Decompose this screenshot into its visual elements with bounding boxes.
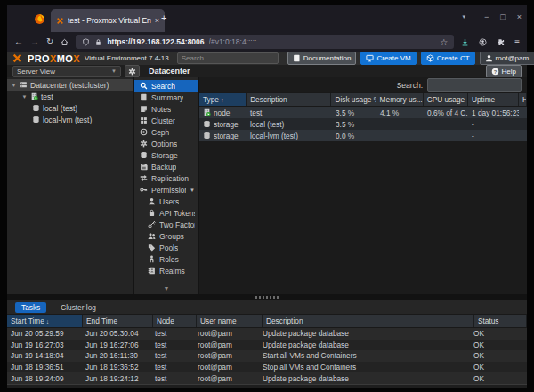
nav-item-pools[interactable]: Pools — [134, 242, 198, 253]
task-cell: test — [151, 340, 194, 351]
resource-search-input[interactable] — [427, 78, 522, 92]
task-cell: root@pam — [194, 340, 259, 351]
expand-caret-icon[interactable]: ▼ — [21, 94, 28, 100]
tree-item-local-lvm-test[interactable]: local-lvm (test) — [7, 114, 134, 125]
url-bar[interactable]: https://192.168.122.54:8006 /#v1:0:18:4:… — [76, 35, 454, 49]
global-search-input[interactable] — [177, 52, 279, 64]
nav-item-replication[interactable]: Replication — [134, 172, 198, 184]
task-row[interactable]: Jun 19 14:18:04Jun 20 16:11:30testroot@p… — [7, 350, 527, 362]
tab-cluster-log[interactable]: Cluster log — [54, 302, 102, 313]
tree-item-local-test[interactable]: local (test) — [7, 102, 134, 114]
nav-item-permissions[interactable]: Permissions▼ — [134, 184, 198, 196]
create-ct-button[interactable]: Create CT — [421, 52, 475, 65]
help-button[interactable]: ? Help — [486, 65, 522, 78]
version-subtitle: Virtual Environment 7.4-13 — [85, 54, 169, 62]
back-button[interactable]: ← — [14, 37, 23, 46]
tree-settings-button[interactable] — [125, 65, 140, 77]
resource-row-local-test[interactable]: storagelocal (test)3.5 %- — [199, 118, 527, 130]
browser-tab[interactable]: test - Proxmox Virtual Env × — [51, 9, 165, 32]
task-column-header-status[interactable]: Status — [474, 315, 527, 327]
user-menu-button[interactable]: root@pam ▼ — [480, 52, 534, 65]
column-header-label: Memory us... — [380, 95, 423, 104]
task-cell: root@pam — [194, 362, 259, 373]
reload-button[interactable]: ↻ — [46, 37, 53, 46]
documentation-button[interactable]: Documentation — [287, 52, 357, 65]
tree-item-test[interactable]: ▼test — [7, 91, 134, 102]
nav-item-summary[interactable]: Summary — [134, 92, 198, 103]
nav-item-users[interactable]: Users — [134, 196, 198, 207]
create-vm-button[interactable]: Create VM — [360, 52, 416, 65]
resource-row-test[interactable]: nodetest3.5 %4.1 %0.6% of 4 C...1 day 01… — [199, 107, 527, 118]
task-cell: test — [151, 350, 194, 362]
shield-icon[interactable] — [82, 38, 90, 46]
task-column-header-start-time[interactable]: Start Time↓ — [7, 315, 83, 327]
resource-row-local-lvm-test[interactable]: storagelocal-lvm (test)0.0 %- — [199, 130, 527, 141]
lock-icon[interactable] — [94, 38, 102, 46]
tab-close-icon[interactable]: × — [155, 16, 159, 25]
forward-button[interactable]: → — [30, 37, 39, 46]
column-header-type[interactable]: Type↑ — [199, 93, 247, 106]
nav-item-cluster[interactable]: Cluster — [134, 115, 198, 126]
column-header-disk-usage[interactable]: Disk usage % — [331, 93, 376, 106]
task-row[interactable]: Jun 18 19:36:51Jun 18 19:36:52testroot@p… — [7, 362, 527, 373]
column-header-memory-us[interactable]: Memory us... — [376, 93, 424, 106]
minimize-button[interactable]: − — [484, 12, 489, 21]
task-column-header-description[interactable]: Description — [263, 315, 474, 327]
nav-item-groups[interactable]: Groups — [134, 230, 198, 242]
window-close-button[interactable]: × — [517, 12, 522, 21]
user-menu-label: root@pam — [496, 54, 529, 62]
book-icon — [293, 54, 301, 62]
resource-cell-cpu — [424, 130, 468, 141]
expand-caret-icon[interactable]: ▼ — [11, 83, 17, 88]
create-ct-label: Create CT — [437, 54, 470, 62]
nav-item-storage[interactable]: Storage — [134, 149, 198, 161]
tab-tasks[interactable]: Tasks — [15, 302, 46, 313]
nav-item-label: Options — [151, 140, 177, 148]
storage-icon — [203, 132, 211, 140]
task-row[interactable]: Jun 19 16:27:03Jun 19 16:27:06testroot@p… — [7, 340, 527, 351]
column-header-description[interactable]: Description — [247, 93, 331, 106]
resource-cell-cpu — [424, 118, 468, 130]
nav-item-label: API Tokens — [159, 209, 195, 218]
nav-item-realms[interactable]: Realms — [134, 265, 198, 276]
new-tab-button[interactable]: + — [161, 12, 166, 23]
splitter-handle-icon[interactable] — [255, 296, 279, 299]
task-cell: Jun 20 05:30:04 — [82, 328, 151, 340]
tree-item-datacenter-testcluster[interactable]: ▼Datacenter (testcluster) — [7, 79, 134, 91]
column-header-uptime[interactable]: Uptime — [468, 93, 519, 106]
nav-item-notes[interactable]: Notes — [134, 103, 198, 115]
nav-item-ceph[interactable]: Ceph — [134, 126, 198, 138]
task-row[interactable]: Jun 18 19:24:09Jun 18 19:24:12testroot@p… — [7, 372, 527, 384]
summary-icon — [140, 93, 148, 101]
nav-item-roles[interactable]: Roles — [134, 253, 198, 265]
task-column-header-node[interactable]: Node — [153, 315, 197, 327]
nav-scroll-down-icon[interactable]: ▼ — [134, 285, 198, 294]
task-row[interactable]: Jun 20 05:29:59Jun 20 05:30:04testroot@p… — [7, 328, 527, 340]
task-column-header-user-name[interactable]: User name — [197, 315, 263, 327]
task-column-header-end-time[interactable]: End Time — [83, 315, 153, 327]
nav-item-options[interactable]: Options — [134, 138, 198, 149]
nav-item-api-tokens[interactable]: API Tokens — [134, 207, 198, 219]
extensions-icon[interactable] — [497, 38, 505, 46]
nav-item-backup[interactable]: Backup — [134, 161, 198, 172]
home-icon[interactable] — [61, 38, 69, 46]
column-header-cpu-usage[interactable]: CPU usage — [424, 93, 468, 106]
view-selector[interactable]: Server View ▼ — [12, 66, 121, 77]
nav-item-label: Roles — [159, 255, 179, 264]
nav-item-search[interactable]: Search — [134, 80, 198, 92]
task-column-label: End Time — [86, 316, 117, 325]
bookmark-star-icon[interactable]: ☆ — [440, 37, 448, 47]
account-icon[interactable] — [479, 38, 487, 46]
resource-cell-memory: 4.1 % — [376, 107, 424, 118]
tree-item-label: Datacenter (testcluster) — [30, 81, 109, 90]
column-header-host-cpu-u[interactable]: Host CPU u... — [519, 93, 527, 106]
storage-icon — [32, 104, 40, 112]
nav-item-two-factor[interactable]: Two Factor — [134, 219, 198, 230]
panel-splitter[interactable] — [7, 294, 527, 300]
maximize-button[interactable]: □ — [500, 12, 505, 21]
menu-icon[interactable]: ≡ — [514, 37, 520, 47]
proxmox-favicon-icon — [56, 17, 64, 25]
list-all-tabs-icon[interactable]: ▾ — [463, 13, 466, 20]
download-icon[interactable] — [461, 38, 469, 46]
task-cell: Jun 18 19:36:52 — [82, 362, 151, 373]
